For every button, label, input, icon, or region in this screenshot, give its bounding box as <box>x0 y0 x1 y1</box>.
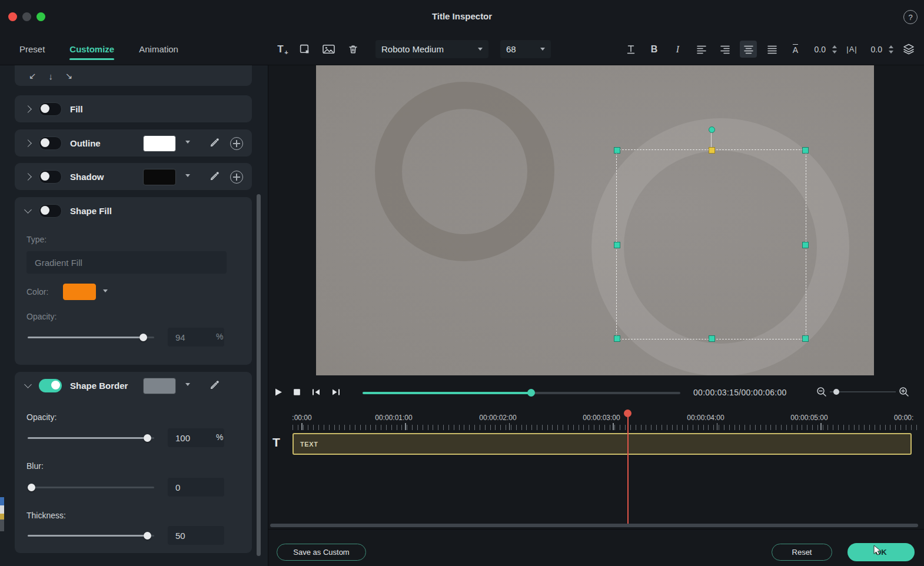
outline-color-swatch[interactable] <box>143 135 176 152</box>
stop-button[interactable] <box>293 388 301 397</box>
border-blur-value[interactable]: 0 <box>168 478 224 497</box>
playhead-handle[interactable] <box>624 409 631 417</box>
tick-label: 00:00: <box>894 414 913 422</box>
media-button[interactable] <box>320 41 337 58</box>
chevron-down-icon[interactable] <box>185 383 190 386</box>
slider-thumb[interactable] <box>144 532 151 540</box>
align-bottom-right-icon[interactable]: ↘ <box>65 71 73 81</box>
panel-scrollbar[interactable] <box>257 194 261 556</box>
fill-toggle[interactable] <box>39 102 62 116</box>
border-thickness-value[interactable]: 50 <box>168 526 224 545</box>
save-as-custom-button[interactable]: Save as Custom <box>277 544 366 561</box>
eyedropper-icon[interactable] <box>209 137 220 148</box>
shadow-toggle[interactable] <box>39 170 62 184</box>
expand-chevron-icon[interactable] <box>24 173 32 181</box>
slider-thumb[interactable] <box>139 334 147 341</box>
resize-handle-sw[interactable] <box>614 335 620 342</box>
add-text-button[interactable]: T+ <box>272 41 289 58</box>
rotation-handle[interactable] <box>709 126 715 133</box>
chevron-down-icon[interactable] <box>185 141 190 144</box>
zoom-slider[interactable] <box>830 391 896 392</box>
resize-handle-s[interactable] <box>709 335 715 342</box>
zoom-out-icon[interactable] <box>816 386 827 398</box>
previous-frame-button[interactable] <box>311 388 321 397</box>
font-size-select[interactable]: 68 <box>500 40 551 58</box>
resize-handle-ne[interactable] <box>802 147 809 154</box>
line-spacing-value[interactable]: 0.0 <box>867 45 882 54</box>
resize-handle-n[interactable] <box>709 147 715 154</box>
shape-border-color-swatch[interactable] <box>143 378 176 394</box>
align-bottom-left-icon[interactable]: ↙ <box>29 71 36 81</box>
resize-handle-e[interactable] <box>802 242 809 248</box>
section-title: Shape Border <box>70 381 128 391</box>
letter-case-button[interactable]: A <box>787 41 804 58</box>
eyedropper-icon[interactable] <box>209 171 220 182</box>
playback-progress-slider[interactable] <box>363 388 680 397</box>
border-blur-slider[interactable] <box>28 482 154 492</box>
eyedropper-icon[interactable] <box>209 379 220 391</box>
opacity-label: Opacity: <box>26 412 56 422</box>
text-selection-box[interactable] <box>616 149 806 339</box>
reset-button[interactable]: Reset <box>772 544 832 561</box>
help-button[interactable]: ? <box>903 10 918 24</box>
percent-unit: % <box>216 332 223 341</box>
tab-animation[interactable]: Animation <box>139 44 178 54</box>
letter-case-icon: A <box>793 44 798 54</box>
shape-border-toggle[interactable] <box>39 379 62 392</box>
italic-button[interactable]: I <box>669 41 686 58</box>
playhead-line[interactable] <box>627 412 629 525</box>
delete-button[interactable] <box>344 41 361 58</box>
shape-fill-toggle[interactable] <box>39 204 62 218</box>
font-size-value: 68 <box>506 44 516 54</box>
text-box-button[interactable] <box>296 41 313 58</box>
text-underline-button[interactable] <box>622 41 639 58</box>
shape-fill-color-swatch[interactable] <box>63 284 96 300</box>
font-family-select[interactable]: Roboto Medium <box>375 40 488 58</box>
zoom-slider-thumb[interactable] <box>833 389 839 395</box>
align-bottom-icon[interactable]: ↓ <box>49 71 54 81</box>
zoom-in-icon[interactable] <box>898 386 910 398</box>
letter-width-button[interactable]: |A| <box>843 41 860 58</box>
char-spacing-value[interactable]: 0.0 <box>810 45 826 54</box>
shape-fill-opacity-slider[interactable] <box>28 332 154 342</box>
collapse-chevron-icon[interactable] <box>24 206 32 214</box>
tab-bar: Preset Customize Animation <box>19 34 178 65</box>
timeline-horizontal-scrollbar[interactable] <box>270 524 918 527</box>
resize-handle-nw[interactable] <box>614 147 620 154</box>
collapse-chevron-icon[interactable] <box>24 381 32 388</box>
align-right-button[interactable] <box>716 41 733 58</box>
resize-handle-w[interactable] <box>614 242 620 248</box>
expand-chevron-icon[interactable] <box>24 105 32 113</box>
char-spacing-stepper[interactable] <box>832 45 837 54</box>
expand-chevron-icon[interactable] <box>24 139 32 147</box>
text-clip[interactable]: TEXT <box>293 433 912 455</box>
align-left-button[interactable] <box>693 41 710 58</box>
slider-thumb[interactable] <box>144 434 151 442</box>
chevron-down-icon[interactable] <box>185 174 190 177</box>
timeline-ruler-minor[interactable] <box>293 425 918 430</box>
chevron-down-icon[interactable] <box>103 289 108 292</box>
slider-thumb[interactable] <box>28 484 35 491</box>
video-preview-canvas[interactable] <box>316 65 874 375</box>
tab-customize[interactable]: Customize <box>69 44 114 54</box>
fill-type-select[interactable]: Gradient Fill <box>26 251 227 274</box>
align-center-button[interactable] <box>740 41 757 58</box>
add-outline-icon[interactable] <box>230 137 243 150</box>
color-label: Color: <box>26 287 48 297</box>
shadow-color-swatch[interactable] <box>143 169 176 185</box>
play-button[interactable] <box>274 387 283 397</box>
resize-handle-se[interactable] <box>802 335 809 342</box>
bold-button[interactable]: B <box>646 41 663 58</box>
align-justify-button[interactable] <box>763 41 780 58</box>
tab-preset[interactable]: Preset <box>19 44 45 54</box>
border-thickness-slider[interactable] <box>28 531 154 540</box>
align-center-icon <box>743 44 754 55</box>
progress-thumb[interactable] <box>527 389 535 397</box>
border-opacity-slider[interactable] <box>28 433 154 442</box>
outline-toggle[interactable] <box>39 136 62 150</box>
chevron-down-icon <box>478 48 483 51</box>
next-frame-button[interactable] <box>331 388 341 397</box>
line-spacing-stepper[interactable] <box>889 45 893 54</box>
add-shadow-icon[interactable] <box>230 171 243 184</box>
blending-button[interactable] <box>900 41 917 58</box>
